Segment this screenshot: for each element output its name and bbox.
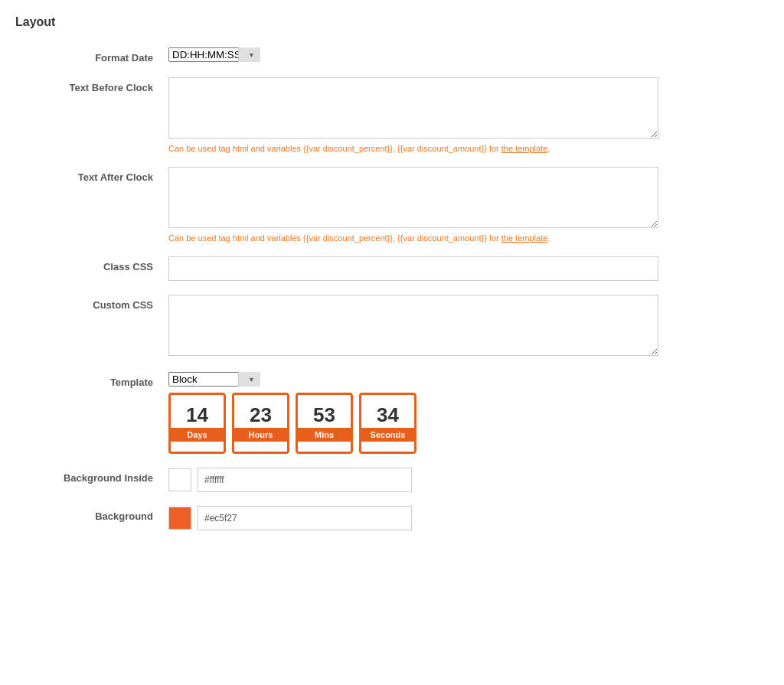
- background-label: Background: [15, 506, 168, 522]
- background-row: Background: [15, 506, 769, 530]
- custom-css-control: [168, 295, 658, 358]
- text-after-row: Text After Clock Can be used tag html an…: [15, 167, 769, 243]
- background-inside-label: Background Inside: [15, 468, 168, 484]
- background-inside-color-row: [168, 468, 658, 492]
- text-before-row: Text Before Clock Can be used tag html a…: [15, 77, 769, 153]
- layout-form: Format Date DD:HH:MM:SS HH:MM:SS MM:SS T…: [15, 47, 769, 530]
- countdown-days-block: 14 Days: [168, 393, 226, 454]
- countdown-hours-number: 23: [250, 405, 272, 425]
- background-color-row: [168, 506, 658, 530]
- countdown-seconds-label: Seconds: [361, 428, 414, 442]
- background-inside-input[interactable]: [198, 468, 412, 492]
- format-date-select-container: DD:HH:MM:SS HH:MM:SS MM:SS: [168, 47, 260, 62]
- background-inside-control: [168, 468, 658, 492]
- countdown-hours-block: 23 Hours: [232, 393, 289, 454]
- template-select[interactable]: Block Inline Simple: [168, 372, 260, 387]
- text-after-textarea[interactable]: [168, 167, 658, 228]
- template-select-container: Block Inline Simple: [168, 372, 260, 387]
- page-title: Layout: [15, 15, 769, 29]
- background-inside-swatch[interactable]: [168, 468, 191, 491]
- countdown-mins-block: 53 Mins: [296, 393, 353, 454]
- text-after-hint-link[interactable]: the template: [501, 233, 548, 243]
- format-date-select[interactable]: DD:HH:MM:SS HH:MM:SS MM:SS: [168, 47, 260, 62]
- countdown-mins-number: 53: [313, 405, 335, 425]
- text-after-label: Text After Clock: [15, 167, 168, 183]
- background-input[interactable]: [198, 506, 412, 530]
- text-before-label: Text Before Clock: [15, 77, 168, 93]
- class-css-control: [168, 256, 658, 281]
- format-date-control: DD:HH:MM:SS HH:MM:SS MM:SS: [168, 47, 658, 62]
- countdown-days-number: 14: [186, 405, 208, 425]
- text-after-hint: Can be used tag html and variables {{var…: [168, 233, 658, 243]
- background-inside-row: Background Inside: [15, 468, 769, 492]
- text-before-control: Can be used tag html and variables {{var…: [168, 77, 658, 153]
- template-label: Template: [15, 372, 168, 388]
- class-css-label: Class CSS: [15, 256, 168, 272]
- countdown-seconds-number: 34: [377, 405, 399, 425]
- countdown-seconds-block: 34 Seconds: [359, 393, 416, 454]
- text-before-hint: Can be used tag html and variables {{var…: [168, 144, 658, 153]
- class-css-row: Class CSS: [15, 256, 769, 281]
- template-control: Block Inline Simple 14 Days 23 Hours 53 …: [168, 372, 658, 454]
- countdown-days-label: Days: [171, 428, 224, 442]
- custom-css-textarea[interactable]: [168, 295, 658, 356]
- custom-css-row: Custom CSS: [15, 295, 769, 358]
- template-row: Template Block Inline Simple 14 Days 23 …: [15, 372, 769, 454]
- background-swatch[interactable]: [168, 507, 191, 530]
- text-before-hint-link[interactable]: the template: [501, 144, 548, 153]
- format-date-label: Format Date: [15, 47, 168, 64]
- class-css-input[interactable]: [168, 256, 658, 281]
- countdown-mins-label: Mins: [298, 428, 351, 442]
- text-before-textarea[interactable]: [168, 77, 658, 139]
- custom-css-label: Custom CSS: [15, 295, 168, 311]
- countdown-preview: 14 Days 23 Hours 53 Mins 34 Seconds: [168, 393, 658, 454]
- text-after-control: Can be used tag html and variables {{var…: [168, 167, 658, 243]
- countdown-hours-label: Hours: [234, 428, 287, 442]
- format-date-row: Format Date DD:HH:MM:SS HH:MM:SS MM:SS: [15, 47, 769, 64]
- background-control: [168, 506, 658, 530]
